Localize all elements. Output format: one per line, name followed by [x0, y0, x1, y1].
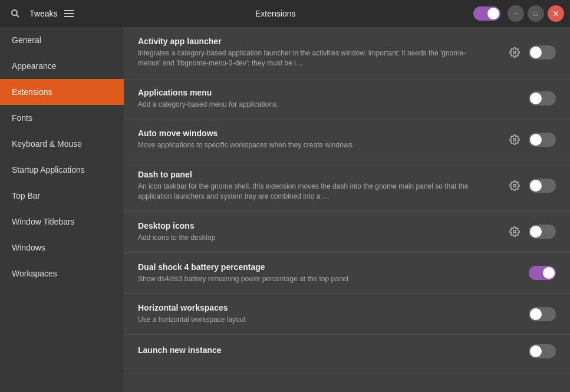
extension-controls-activity-app-launcher: [506, 44, 556, 61]
extension-name-activity-app-launcher: Activity app launcher: [138, 37, 506, 46]
sidebar-item-extensions[interactable]: Extensions: [0, 79, 124, 105]
sidebar-item-appearance[interactable]: Appearance: [0, 53, 124, 79]
sidebar-item-windows[interactable]: Windows: [0, 235, 124, 261]
global-toggle-switch[interactable]: [473, 6, 500, 21]
extension-item-launch-new-instance: Launch new instance: [124, 335, 570, 368]
extension-desc-activity-app-launcher: Integrates a category-based application …: [138, 48, 480, 68]
extension-info-dual-shock-battery: Dual shock 4 battery percentageShow ds4/…: [138, 262, 529, 284]
extension-desc-dash-to-panel: An icon taskbar for the gnome shell. thi…: [138, 182, 480, 202]
extension-info-launch-new-instance: Launch new instance: [138, 345, 529, 357]
toggle-knob-desktop-icons: [530, 226, 542, 238]
sidebar: General Appearance Extensions Fonts Keyb…: [0, 27, 124, 392]
toggle-dash-to-panel[interactable]: [529, 179, 556, 193]
extension-info-applications-menu: Applications menuAdd a category-based me…: [138, 88, 529, 110]
extension-desc-auto-move-windows: Move applications to specific workspaces…: [138, 140, 480, 150]
toggle-dual-shock-battery[interactable]: [529, 266, 556, 280]
extension-info-horizontal-workspaces: Horizontal workspacesUse a horizontal wo…: [138, 303, 529, 325]
gear-icon-desktop-icons[interactable]: [506, 223, 523, 240]
extension-controls-dash-to-panel: [506, 177, 556, 194]
extension-controls-applications-menu: [529, 91, 556, 106]
sidebar-item-workspaces[interactable]: Workspaces: [0, 261, 124, 286]
titlebar: Tweaks Extensions – □ ✕: [0, 0, 570, 27]
extension-controls-horizontal-workspaces: [529, 307, 556, 321]
sidebar-item-window-titlebars[interactable]: Window Titlebars: [0, 209, 124, 235]
toggle-knob-activity-app-launcher: [530, 47, 542, 58]
svg-point-6: [513, 139, 516, 141]
extension-item-desktop-icons: Desktop iconsAdd icons to the desktop: [124, 212, 570, 253]
sidebar-item-startup-applications[interactable]: Startup Applications: [0, 157, 124, 183]
sidebar-item-top-bar[interactable]: Top Bar: [0, 183, 124, 209]
extension-item-activity-app-launcher: Activity app launcherIntegrates a catego…: [124, 27, 570, 78]
extension-name-auto-move-windows: Auto move windows: [138, 129, 506, 138]
search-button[interactable]: [6, 4, 25, 23]
extension-name-horizontal-workspaces: Horizontal workspaces: [138, 303, 529, 312]
extension-name-dual-shock-battery: Dual shock 4 battery percentage: [138, 262, 529, 272]
svg-point-5: [513, 51, 516, 54]
extension-desc-dual-shock-battery: Show ds4/ds3 battery remaining power per…: [138, 274, 480, 284]
toggle-knob-dash-to-panel: [530, 180, 542, 192]
extension-info-auto-move-windows: Auto move windowsMove applications to sp…: [138, 129, 506, 150]
extension-name-dash-to-panel: Dash to panel: [138, 170, 506, 179]
toggle-knob-dual-shock-battery: [543, 267, 555, 279]
extension-controls-dual-shock-battery: [529, 266, 556, 280]
extension-info-desktop-icons: Desktop iconsAdd icons to the desktop: [138, 221, 506, 243]
gear-icon-activity-app-launcher[interactable]: [506, 44, 523, 61]
main-layout: General Appearance Extensions Fonts Keyb…: [0, 27, 570, 392]
extensions-content: Activity app launcherIntegrates a catego…: [124, 27, 570, 392]
extension-name-desktop-icons: Desktop icons: [138, 221, 506, 230]
menu-button[interactable]: [61, 5, 77, 22]
toggle-applications-menu[interactable]: [529, 91, 556, 106]
sidebar-item-general[interactable]: General: [0, 27, 124, 53]
minimize-button[interactable]: –: [508, 5, 524, 22]
svg-line-1: [17, 15, 19, 17]
extension-controls-desktop-icons: [506, 223, 556, 240]
window-title: Extensions: [77, 9, 473, 18]
toggle-horizontal-workspaces[interactable]: [529, 307, 556, 321]
extension-item-auto-move-windows: Auto move windowsMove applications to sp…: [124, 119, 570, 160]
extension-desc-horizontal-workspaces: Use a horizontal workspace layout: [138, 315, 480, 325]
toggle-desktop-icons[interactable]: [529, 225, 556, 239]
extension-desc-desktop-icons: Add icons to the desktop: [138, 233, 480, 243]
global-extensions-toggle[interactable]: [473, 6, 500, 21]
maximize-button[interactable]: □: [528, 5, 544, 22]
toggle-launch-new-instance[interactable]: [529, 344, 556, 358]
toggle-auto-move-windows[interactable]: [529, 133, 556, 147]
toggle-knob-launch-new-instance: [530, 345, 542, 357]
svg-point-0: [12, 10, 17, 15]
toggle-knob: [487, 8, 499, 19]
sidebar-item-fonts[interactable]: Fonts: [0, 105, 124, 131]
gear-icon-dash-to-panel[interactable]: [506, 177, 523, 194]
gear-icon-auto-move-windows[interactable]: [506, 131, 523, 148]
extension-controls-launch-new-instance: [529, 344, 556, 358]
sidebar-item-keyboard-mouse[interactable]: Keyboard & Mouse: [0, 131, 124, 157]
close-button[interactable]: ✕: [548, 5, 564, 22]
toggle-knob-applications-menu: [530, 93, 542, 104]
window-controls: – □ ✕: [508, 5, 564, 22]
toggle-activity-app-launcher[interactable]: [529, 45, 556, 60]
extension-item-applications-menu: Applications menuAdd a category-based me…: [124, 78, 570, 120]
svg-point-8: [513, 230, 516, 233]
extension-info-dash-to-panel: Dash to panelAn icon taskbar for the gno…: [138, 170, 506, 202]
extension-item-horizontal-workspaces: Horizontal workspacesUse a horizontal wo…: [124, 294, 570, 335]
extension-controls-auto-move-windows: [506, 131, 556, 148]
extension-info-activity-app-launcher: Activity app launcherIntegrates a catego…: [138, 37, 506, 68]
toggle-knob-auto-move-windows: [530, 134, 542, 146]
extension-name-launch-new-instance: Launch new instance: [138, 345, 529, 355]
extension-name-applications-menu: Applications menu: [138, 88, 529, 97]
svg-point-7: [513, 185, 516, 187]
toggle-knob-horizontal-workspaces: [530, 308, 542, 320]
app-name: Tweaks: [29, 9, 57, 18]
extension-item-dual-shock-battery: Dual shock 4 battery percentageShow ds4/…: [124, 253, 570, 294]
extension-desc-applications-menu: Add a category-based menu for applicatio…: [138, 100, 480, 110]
extension-item-dash-to-panel: Dash to panelAn icon taskbar for the gno…: [124, 160, 570, 212]
